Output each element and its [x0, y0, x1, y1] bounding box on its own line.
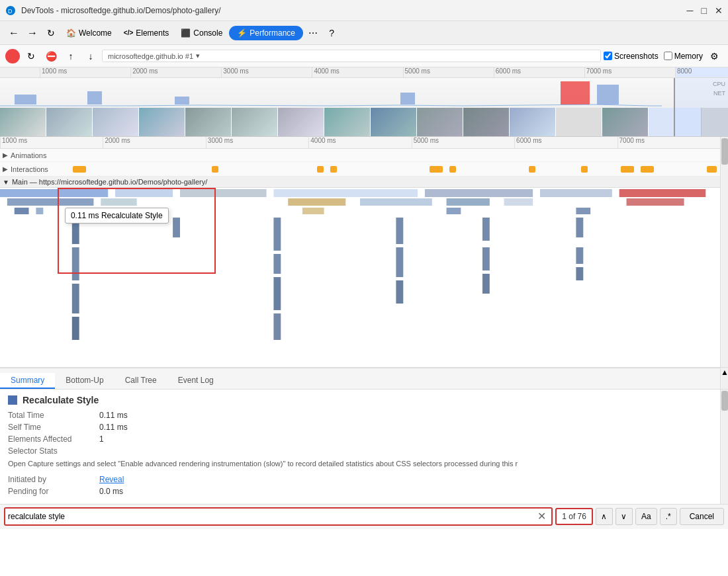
flame-chart[interactable]: 0.11 ms Recalculate Style — [0, 188, 720, 366]
regex-button[interactable]: .* — [660, 508, 677, 525]
tab-event-log[interactable]: Event Log — [167, 373, 224, 389]
minimize-button[interactable]: ─ — [687, 5, 694, 16]
svg-rect-22 — [15, 208, 29, 214]
summary-desc: Open Capture settings and select "Enable… — [8, 458, 604, 470]
tab-performance[interactable]: ⚡ Performance — [229, 26, 303, 40]
svg-rect-35 — [72, 247, 79, 280]
svg-rect-36 — [273, 254, 281, 274]
svg-rect-20 — [504, 198, 533, 206]
tab-nav-forward[interactable]: → — [24, 24, 41, 42]
svg-rect-42 — [396, 280, 403, 304]
tab-elements[interactable]: </> Elements — [118, 26, 175, 40]
ss-thumb-2 — [46, 108, 93, 137]
main-ruler-1000: 1000 ms — [0, 137, 103, 148]
summary-scrollbar[interactable] — [720, 390, 728, 504]
memory-checkbox[interactable] — [664, 52, 672, 60]
ruler-mark-6000: 6000 ms — [494, 67, 584, 77]
svg-rect-15 — [7, 198, 94, 206]
performance-settings-button[interactable]: ⚙ — [705, 48, 723, 65]
search-input[interactable] — [8, 512, 535, 521]
tab-summary[interactable]: Summary — [0, 373, 55, 389]
ss-thumb-4 — [139, 108, 185, 137]
svg-rect-18 — [360, 198, 432, 206]
screenshots-checkbox-label[interactable]: Screenshots — [604, 52, 659, 61]
tab-bottom-up[interactable]: Bottom-Up — [55, 373, 114, 389]
tooltip-time: 0.11 ms — [71, 211, 99, 220]
tooltip-event: Recalculate Style — [101, 211, 163, 220]
interaction-bar-8 — [581, 166, 588, 173]
ruler-mark-8000: 8000 — [675, 67, 728, 77]
tab-nav-back[interactable]: ← — [5, 24, 23, 42]
summary-row-selector-stats: Selector Stats — [8, 446, 720, 456]
title-text: DevTools - microsoftedge.github.io/Demos… — [21, 6, 682, 15]
memory-checkbox-label[interactable]: Memory — [664, 52, 703, 61]
tab-performance-label: Performance — [250, 28, 295, 38]
bottom-panel: Summary Bottom-Up Call Tree Event Log ▲ … — [0, 368, 728, 504]
screenshots-label: Screenshots — [614, 52, 659, 61]
tab-console[interactable]: ⬛ Console — [175, 26, 228, 40]
bottom-scrollbar-top[interactable]: ▲ — [720, 368, 728, 389]
main-ruler-5000: 5000 ms — [412, 137, 514, 148]
svg-rect-14 — [619, 189, 706, 197]
summary-table: Total Time 0.11 ms Self Time 0.11 ms Ele… — [8, 411, 720, 496]
svg-rect-23 — [36, 208, 43, 214]
svg-rect-17 — [288, 198, 345, 206]
console-icon: ⬛ — [181, 28, 191, 38]
svg-rect-33 — [482, 218, 490, 241]
help-button[interactable]: ? — [323, 24, 340, 42]
svg-rect-37 — [396, 247, 403, 277]
url-dropdown-icon[interactable]: ▾ — [196, 52, 200, 60]
ss-thumb-8 — [324, 108, 371, 137]
svg-rect-9 — [115, 189, 173, 197]
search-prev-button[interactable]: ∧ — [596, 508, 613, 525]
scrollbar-thumb[interactable] — [721, 138, 728, 165]
summary-key-initiated: Initiated by — [8, 475, 94, 484]
svg-rect-44 — [576, 267, 583, 280]
interactions-track — [60, 162, 720, 176]
summary-key-pending: Pending for — [8, 487, 94, 496]
animations-row: ▶ Animations — [0, 149, 720, 162]
svg-rect-31 — [273, 218, 281, 251]
tab-refresh[interactable]: ↻ — [42, 24, 60, 42]
maximize-button[interactable]: □ — [702, 5, 707, 16]
svg-rect-7 — [597, 85, 619, 104]
close-button[interactable]: ✕ — [715, 5, 723, 16]
tab-call-tree-label: Call Tree — [125, 376, 157, 385]
tab-welcome[interactable]: 🏠 Welcome — [61, 26, 117, 40]
ss-thumb-10 — [417, 108, 463, 137]
svg-rect-26 — [302, 208, 324, 214]
summary-title-text: Recalculate Style — [23, 395, 99, 405]
more-tools-button[interactable]: ⋯ — [304, 24, 322, 42]
tab-bottom-up-label: Bottom-Up — [66, 376, 103, 385]
url-text: microsoftedge.github.io #1 — [108, 52, 193, 60]
main-section-header[interactable]: ▼ Main — https://microsoftedge.github.io… — [0, 177, 720, 188]
svg-rect-2 — [15, 95, 36, 104]
search-next-button[interactable]: ∨ — [615, 508, 633, 525]
timeline-scrollbar[interactable] — [720, 137, 728, 367]
record-button[interactable] — [5, 49, 20, 63]
summary-key-self-time: Self Time — [8, 423, 94, 432]
download-button[interactable]: ↓ — [82, 48, 99, 65]
interactions-expand-icon[interactable]: ▶ — [3, 165, 8, 173]
svg-rect-27 — [447, 208, 461, 214]
tab-call-tree[interactable]: Call Tree — [114, 373, 167, 389]
summary-link-reveal[interactable]: Reveal — [99, 475, 124, 484]
svg-rect-11 — [273, 189, 418, 197]
svg-rect-6 — [561, 81, 590, 104]
cancel-search-button[interactable]: Cancel — [680, 508, 724, 525]
svg-rect-16 — [101, 198, 136, 206]
summary-scrollbar-thumb[interactable] — [721, 391, 728, 411]
screenshots-checkbox[interactable] — [604, 52, 612, 60]
svg-rect-39 — [576, 247, 583, 264]
reload-record-button[interactable]: ↻ — [23, 48, 40, 65]
upload-button[interactable]: ↑ — [62, 48, 79, 65]
clear-button[interactable]: ⛔ — [42, 48, 60, 65]
animations-expand-icon[interactable]: ▶ — [3, 151, 8, 159]
search-clear-button[interactable]: ✕ — [535, 511, 549, 522]
interaction-bar-9 — [621, 166, 634, 173]
svg-rect-21 — [627, 198, 684, 206]
summary-val-pending: 0.0 ms — [99, 487, 123, 496]
performance-icon: ⚡ — [237, 28, 247, 38]
svg-rect-30 — [173, 218, 180, 237]
match-case-button[interactable]: Aa — [635, 508, 657, 525]
